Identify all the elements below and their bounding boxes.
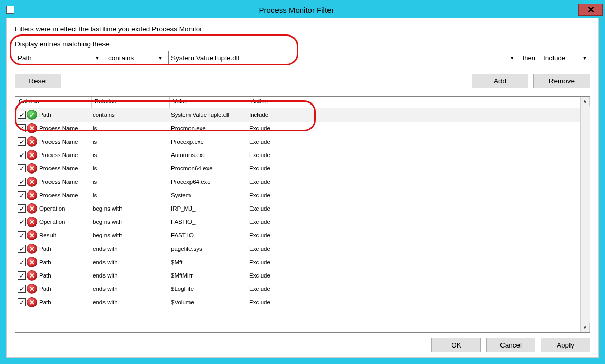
table-row[interactable]: ✓✕Pathends with$MftMirrExclude: [15, 269, 580, 282]
row-value: $Volume: [171, 299, 249, 305]
header-value[interactable]: Value: [170, 97, 248, 108]
table-row[interactable]: ✓✕Pathends with$LogFileExclude: [15, 282, 580, 296]
exclude-icon: ✕: [27, 163, 37, 174]
row-action: Exclude: [249, 152, 580, 158]
row-column: Path: [39, 246, 93, 252]
close-icon: ✕: [587, 4, 595, 15]
header-relation[interactable]: Relation: [92, 97, 170, 108]
row-action: Exclude: [249, 272, 580, 279]
row-value: $MftMirr: [171, 272, 249, 279]
cancel-button-label: Cancel: [500, 341, 522, 349]
exclude-icon: ✕: [27, 244, 37, 254]
row-value: IRP_MJ_: [171, 205, 249, 212]
row-column: Process Name: [39, 192, 93, 198]
exclude-icon: ✕: [27, 297, 37, 307]
apply-button[interactable]: Apply: [541, 338, 590, 352]
row-column: Path: [39, 112, 93, 118]
chevron-down-icon: ▼: [582, 55, 587, 61]
table-row[interactable]: ✓✕Pathends with$VolumeExclude: [15, 296, 580, 309]
header-column[interactable]: Column: [15, 97, 92, 108]
titlebar: Process Monitor Filter ✕: [2, 2, 603, 18]
row-action: Exclude: [249, 192, 580, 198]
table-row[interactable]: ✓✕Process NameisProcexp.exeExclude: [15, 135, 580, 148]
filter-row: Path ▼ contains ▼ System ValueTuple.dll …: [15, 51, 590, 64]
header-action[interactable]: Action: [248, 97, 580, 108]
row-action: Exclude: [249, 205, 580, 212]
exclude-icon: ✕: [27, 230, 37, 240]
row-column: Process Name: [39, 165, 93, 171]
table-row[interactable]: ✓✕Process NameisProcexp64.exeExclude: [15, 175, 580, 188]
row-checkbox[interactable]: ✓: [18, 245, 26, 253]
row-relation: begins with: [93, 219, 171, 225]
row-relation: ends with: [93, 246, 171, 252]
row-column: Result: [39, 232, 93, 238]
row-column: Process Name: [39, 152, 93, 158]
column-combobox[interactable]: Path ▼: [15, 51, 102, 64]
row-checkbox[interactable]: ✓: [18, 285, 26, 293]
ok-button[interactable]: OK: [431, 338, 481, 352]
window-title: Process Monitor Filter: [14, 6, 578, 14]
reset-button[interactable]: Reset: [15, 74, 61, 88]
row-checkbox[interactable]: ✓: [18, 178, 26, 186]
scroll-down-button[interactable]: ∨: [581, 323, 590, 332]
row-checkbox[interactable]: ✓: [18, 258, 26, 266]
row-action: Exclude: [249, 299, 580, 305]
row-checkbox[interactable]: ✓: [18, 298, 26, 306]
relation-combobox[interactable]: contains ▼: [106, 51, 165, 64]
row-checkbox[interactable]: ✓: [18, 137, 26, 146]
row-value: $LogFile: [171, 286, 249, 292]
row-checkbox[interactable]: ✓: [18, 151, 26, 159]
row-relation: is: [93, 179, 171, 185]
ok-button-label: OK: [451, 341, 461, 349]
row-action: Exclude: [249, 219, 580, 225]
table-row[interactable]: ✓✕Process NameisAutoruns.exeExclude: [15, 148, 580, 162]
close-button[interactable]: ✕: [578, 4, 603, 16]
table-row[interactable]: ✓✕Process NameisProcmon.exeExclude: [15, 122, 580, 135]
scroll-up-button[interactable]: ∧: [581, 97, 590, 106]
row-value: FASTIO_: [171, 219, 249, 225]
row-checkbox[interactable]: ✓: [18, 164, 26, 172]
row-checkbox[interactable]: ✓: [18, 111, 26, 119]
row-value: $Mft: [171, 259, 249, 265]
row-value: Autoruns.exe: [171, 152, 249, 158]
row-value: FAST IO: [171, 232, 249, 238]
filter-list: Column Relation Value Action ✓✓Pathconta…: [15, 96, 590, 333]
table-row[interactable]: ✓✕Process NameisSystemExclude: [15, 188, 580, 202]
value-combobox[interactable]: System ValueTuple.dll ▼: [168, 51, 517, 64]
table-row[interactable]: ✓✕Pathends withpagefile.sysExclude: [15, 242, 580, 255]
exclude-icon: ✕: [27, 203, 37, 214]
table-row[interactable]: ✓✕Operationbegins withIRP_MJ_Exclude: [15, 202, 580, 215]
row-value: Procmon64.exe: [171, 165, 249, 171]
exclude-icon: ✕: [27, 190, 37, 200]
table-row[interactable]: ✓✕Resultbegins withFAST IOExclude: [15, 229, 580, 242]
chevron-down-icon: ▼: [95, 55, 100, 61]
add-button-label: Add: [494, 77, 506, 85]
row-checkbox[interactable]: ✓: [18, 231, 26, 239]
row-column: Operation: [39, 205, 93, 212]
row-relation: ends with: [93, 259, 171, 265]
row-action: Exclude: [249, 259, 580, 265]
action-combobox[interactable]: Include ▼: [541, 51, 590, 64]
row-checkbox[interactable]: ✓: [18, 204, 26, 213]
chevron-down-icon: ▼: [158, 55, 163, 61]
remove-button[interactable]: Remove: [533, 74, 590, 88]
chevron-down-icon: ▼: [510, 55, 515, 61]
vertical-scrollbar[interactable]: ∧ ∨: [580, 97, 590, 332]
filter-list-body[interactable]: Column Relation Value Action ✓✓Pathconta…: [15, 97, 580, 332]
cancel-button[interactable]: Cancel: [486, 338, 535, 352]
system-menu-icon[interactable]: [6, 6, 14, 14]
table-row[interactable]: ✓✕Process NameisProcmon64.exeExclude: [15, 162, 580, 175]
row-checkbox[interactable]: ✓: [18, 124, 26, 132]
table-row[interactable]: ✓✕Operationbegins withFASTIO_Exclude: [15, 215, 580, 229]
row-value: Procexp.exe: [171, 138, 249, 145]
info-text: Filters were in effect the last time you…: [15, 25, 590, 33]
table-row[interactable]: ✓✕Pathends with$MftExclude: [15, 255, 580, 269]
exclude-icon: ✕: [27, 284, 37, 294]
add-button[interactable]: Add: [472, 74, 528, 88]
row-checkbox[interactable]: ✓: [18, 218, 26, 226]
row-checkbox[interactable]: ✓: [18, 271, 26, 280]
exclude-icon: ✕: [27, 257, 37, 267]
row-action: Exclude: [249, 138, 580, 145]
table-row[interactable]: ✓✓PathcontainsSystem ValueTuple.dllInclu…: [15, 108, 580, 122]
row-checkbox[interactable]: ✓: [18, 191, 26, 199]
